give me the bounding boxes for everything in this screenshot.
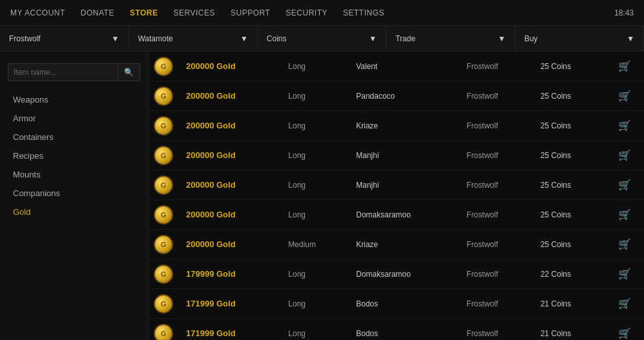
buy-filter[interactable]: Buy ▼ [515, 26, 644, 51]
sidebar-item-armor[interactable]: Armor [0, 109, 148, 128]
add-to-cart-button[interactable]: 🛒 [613, 295, 636, 312]
seller-cell: Bodos [348, 289, 459, 319]
currency-filter[interactable]: Coins ▼ [258, 26, 386, 51]
realm-cell: Frostwolf [459, 52, 532, 81]
item-icon: G [154, 116, 173, 135]
seller-cell: Kriaze [348, 230, 459, 259]
seller-cell: Kriaze [348, 111, 459, 141]
currency-arrow: ▼ [369, 34, 377, 43]
duration-cell: Long [280, 141, 348, 170]
sidebar-item-mounts[interactable]: Mounts [0, 165, 148, 184]
nav-donate[interactable]: DONATE [81, 8, 114, 17]
table-row: G 200000 Gold Medium Kriaze Frostwolf 25… [149, 230, 644, 259]
seller-cell: Pandacoco [348, 81, 459, 111]
table-row: G 171999 Gold Long Bodos Frostwolf 21 Co… [149, 319, 644, 341]
item-name-cell: 200000 Gold [178, 230, 280, 259]
table-row: G 200000 Gold Long Pandacoco Frostwolf 2… [149, 81, 644, 111]
filter-bar: Frostwolf ▼ Watamote ▼ Coins ▼ Trade ▼ B… [0, 26, 644, 52]
price-cell: 25 Coins [533, 81, 605, 111]
trade-label: Trade [395, 34, 415, 43]
add-to-cart-button[interactable]: 🛒 [613, 235, 636, 253]
table-row: G 200000 Gold Long Valent Frostwolf 25 C… [149, 52, 644, 81]
duration-cell: Long [280, 289, 348, 319]
table-row: G 200000 Gold Long Manjhi Frostwolf 25 C… [149, 141, 644, 170]
buy-label: Buy [525, 34, 538, 43]
realm-filter[interactable]: Frostwolf ▼ [0, 26, 129, 51]
item-icon: G [154, 324, 173, 341]
sidebar-item-companions[interactable]: Companions [0, 184, 148, 203]
nav-my-account[interactable]: MY ACCOUNT [10, 8, 65, 17]
duration-cell: Long [280, 170, 348, 200]
seller-cell: Domaksaramoo [348, 200, 459, 230]
clock: 18:43 [614, 8, 634, 17]
item-icon: G [154, 235, 173, 254]
item-name-cell: 200000 Gold [178, 141, 280, 170]
buy-arrow: ▼ [627, 34, 634, 43]
search-bar[interactable]: 🔍 [8, 63, 140, 81]
table-row: G 179999 Gold Long Domaksaramoo Frostwol… [149, 259, 644, 289]
seller-cell: Manjhi [348, 170, 459, 200]
item-icon: G [154, 175, 173, 195]
table-container[interactable]: G 200000 Gold Long Valent Frostwolf 25 C… [149, 52, 644, 340]
item-icon: G [154, 205, 173, 225]
item-name-cell: 200000 Gold [178, 200, 280, 230]
sidebar-item-gold[interactable]: Gold [0, 203, 148, 221]
item-icon: G [154, 265, 173, 284]
duration-cell: Long [280, 111, 348, 141]
nav-settings[interactable]: SETTINGS [343, 8, 384, 17]
seller-cell: Domaksaramoo [348, 259, 459, 289]
item-name-cell: 200000 Gold [178, 170, 280, 200]
price-cell: 25 Coins [533, 111, 605, 141]
item-name-cell: 200000 Gold [178, 52, 280, 81]
price-cell: 25 Coins [533, 200, 605, 230]
item-name-cell: 200000 Gold [178, 111, 280, 141]
trade-filter[interactable]: Trade ▼ [386, 26, 515, 51]
seller-arrow: ▼ [240, 34, 248, 43]
table-row: G 200000 Gold Long Manjhi Frostwolf 25 C… [149, 170, 644, 200]
duration-cell: Long [280, 319, 348, 341]
realm-cell: Frostwolf [459, 289, 532, 319]
item-name-cell: 171999 Gold [178, 319, 280, 341]
add-to-cart-button[interactable]: 🛒 [613, 87, 636, 105]
add-to-cart-button[interactable]: 🛒 [613, 325, 636, 340]
main-layout: 🔍 Weapons Armor Containers Recipes Mount… [0, 52, 644, 340]
sidebar-item-containers[interactable]: Containers [0, 128, 148, 146]
trade-arrow: ▼ [498, 34, 506, 43]
item-icon: G [154, 57, 173, 76]
add-to-cart-button[interactable]: 🛒 [613, 146, 636, 164]
add-to-cart-button[interactable]: 🛒 [613, 265, 636, 283]
add-to-cart-button[interactable]: 🛒 [613, 176, 636, 194]
add-to-cart-button[interactable]: 🛒 [613, 117, 636, 134]
add-to-cart-button[interactable]: 🛒 [613, 206, 636, 223]
sidebar-item-weapons[interactable]: Weapons [0, 90, 148, 109]
nav-store[interactable]: STORE [130, 8, 158, 17]
nav-security[interactable]: SECURITY [286, 8, 327, 17]
add-to-cart-button[interactable]: 🛒 [613, 57, 636, 75]
table-row: G 200000 Gold Long Domaksaramoo Frostwol… [149, 200, 644, 230]
realm-cell: Frostwolf [459, 141, 532, 170]
price-cell: 21 Coins [533, 289, 605, 319]
item-icon: G [154, 146, 173, 165]
price-cell: 25 Coins [533, 141, 605, 170]
seller-cell: Manjhi [348, 141, 459, 170]
sidebar: 🔍 Weapons Armor Containers Recipes Mount… [0, 52, 149, 340]
price-cell: 22 Coins [533, 259, 605, 289]
realm-arrow: ▼ [112, 34, 119, 43]
nav-services[interactable]: SERVICES [174, 8, 215, 17]
realm-label: Frostwolf [9, 34, 41, 43]
search-input[interactable] [8, 64, 118, 81]
realm-cell: Frostwolf [459, 81, 532, 111]
sidebar-item-recipes[interactable]: Recipes [0, 146, 148, 165]
duration-cell: Long [280, 200, 348, 230]
price-cell: 25 Coins [533, 230, 605, 259]
realm-cell: Frostwolf [459, 230, 532, 259]
duration-cell: Long [280, 81, 348, 111]
nav-links: MY ACCOUNT DONATE STORE SERVICES SUPPORT… [10, 8, 384, 17]
seller-label: Watamote [138, 34, 172, 43]
search-button[interactable]: 🔍 [118, 64, 140, 81]
seller-filter[interactable]: Watamote ▼ [129, 26, 257, 51]
item-name-cell: 171999 Gold [178, 289, 280, 319]
nav-support[interactable]: SUPPORT [231, 8, 270, 17]
table-row: G 200000 Gold Long Kriaze Frostwolf 25 C… [149, 111, 644, 141]
price-cell: 25 Coins [533, 170, 605, 200]
